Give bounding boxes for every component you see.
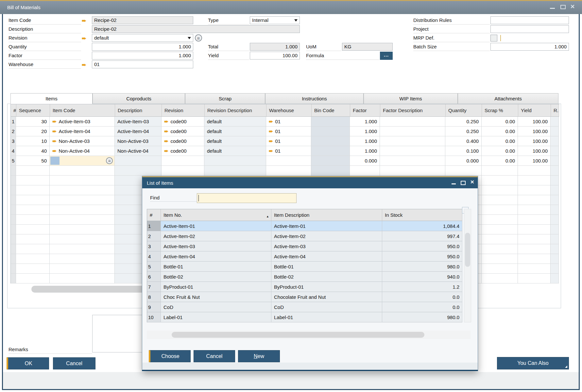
link-arrow-icon[interactable]: ➨	[269, 128, 273, 134]
dialog-list-item[interactable]: 2Active-Item-02Active-Item-02997.4	[147, 231, 462, 241]
dialog-cell-item-no[interactable]: Choc Fruit & Nut	[161, 292, 271, 302]
grid-cell-description[interactable]	[115, 166, 162, 176]
find-input[interactable]	[197, 193, 297, 203]
link-arrow-icon[interactable]: ➨	[52, 148, 57, 154]
dialog-minimize-button[interactable]	[452, 183, 456, 184]
grid-cell-yield[interactable]	[518, 185, 551, 195]
dialog-cell-item-no[interactable]: Bottle-01	[161, 262, 271, 272]
grid-cell-sequence[interactable]	[16, 166, 50, 176]
dialog-vertical-scrollbar[interactable]	[464, 209, 471, 322]
grid-cell-r[interactable]	[551, 234, 559, 244]
dialog-close-button[interactable]: ✕	[470, 179, 474, 185]
grid-cell-bin-code[interactable]	[311, 117, 350, 127]
dialog-cell-in-stock[interactable]: 950.0	[382, 251, 462, 262]
dialog-cell-item-description[interactable]: CoD	[271, 302, 382, 312]
dialog-cell-in-stock[interactable]: 0.0	[382, 292, 462, 302]
grid-row[interactable]: 440➨Non-Active-04Non-Active-04➨code00def…	[11, 146, 559, 156]
link-arrow-icon[interactable]: ➨	[164, 128, 168, 134]
close-button[interactable]: ✕	[570, 3, 575, 10]
dialog-header-item-no-[interactable]: Item No.▲	[161, 209, 271, 221]
type-dropdown[interactable]: Internal	[250, 16, 300, 24]
grid-cell-scrap[interactable]: 0.00	[482, 127, 518, 136]
grid-cell-warehouse[interactable]	[266, 166, 311, 176]
grid-cell-factor-description[interactable]	[380, 156, 445, 166]
dialog-cell-in-stock[interactable]: 980.0	[382, 312, 462, 322]
dialog-cell-item-no[interactable]: Active-Item-03	[161, 241, 271, 251]
dialog-cell-item-description[interactable]: Active-Item-01	[271, 221, 382, 231]
grid-cell-yield[interactable]	[518, 234, 551, 244]
revision-dropdown[interactable]: default	[92, 34, 193, 42]
grid-cell-factor[interactable]: 1.000	[350, 136, 380, 146]
grid-cell-revision-description[interactable]: default	[204, 136, 266, 146]
new-button[interactable]: New	[238, 350, 280, 362]
factor-field[interactable]: 1.000	[92, 52, 193, 60]
tab-instructions[interactable]: Instructions	[265, 93, 364, 104]
grid-cell-scrap[interactable]: 0.00	[482, 136, 518, 146]
grid-cell-factor[interactable]: 1.000	[350, 127, 380, 136]
grid-row[interactable]: 130➨Active-Item-03Active-Item-03➨code00d…	[11, 117, 559, 127]
grid-cell-r[interactable]	[551, 274, 559, 283]
dialog-cell-num[interactable]: 2	[147, 231, 161, 241]
grid-cell-sequence[interactable]: 10	[16, 136, 50, 146]
dialog-cell-item-description[interactable]: Bottle-02	[271, 272, 382, 282]
grid-cell-warehouse[interactable]: ➨01	[266, 117, 311, 127]
grid-cell-item-code[interactable]	[50, 274, 115, 283]
grid-cell-item-code[interactable]: ≡	[50, 156, 115, 166]
mrp-def-checkbox[interactable]	[490, 35, 497, 42]
warehouse-link-arrow-icon[interactable]: ➨	[82, 62, 86, 68]
dialog-cell-item-no[interactable]: Active-Item-01	[161, 221, 271, 231]
window-titlebar[interactable]: Bill of Materials	[0, 1, 582, 14]
grid-cell-yield[interactable]	[518, 176, 551, 185]
link-arrow-icon[interactable]: ➨	[164, 138, 168, 144]
grid-cell-yield[interactable]: 100.00	[518, 146, 551, 156]
grid-cell-factor[interactable]: 1.000	[350, 146, 380, 156]
grid-cell-bin-code[interactable]	[311, 127, 350, 136]
grid-cell-r[interactable]	[551, 205, 559, 215]
dialog-list-item[interactable]: 3Active-Item-03Active-Item-03950.0	[147, 241, 462, 251]
grid-cell-yield[interactable]	[518, 166, 551, 176]
link-arrow-icon[interactable]: ➨	[164, 118, 168, 125]
quantity-field[interactable]: 1.000	[92, 43, 193, 51]
dialog-header-item-description[interactable]: Item Description	[271, 209, 382, 221]
grid-cell-sequence[interactable]	[16, 225, 50, 234]
grid-cell-warehouse[interactable]: ➨01	[266, 146, 311, 156]
grid-cell-item-code[interactable]	[50, 215, 115, 225]
dialog-horizontal-scrollbar-thumb[interactable]	[172, 332, 424, 338]
grid-cell-revision-description[interactable]: default	[204, 146, 266, 156]
grid-cell-revision[interactable]: ➨code00	[162, 146, 204, 156]
grid-cell-item-code[interactable]	[50, 185, 115, 195]
grid-cell-quantity[interactable]: 0.250	[445, 127, 482, 136]
dialog-cell-in-stock[interactable]: 940.0	[382, 272, 462, 282]
grid-cell-bin-code[interactable]	[311, 136, 350, 146]
grid-cell-r[interactable]	[551, 215, 559, 225]
dialog-cell-in-stock[interactable]: 997.4	[382, 231, 462, 241]
grid-cell-yield[interactable]: 100.00	[518, 136, 551, 146]
item-code-link-arrow-icon[interactable]: ➨	[82, 18, 86, 24]
dialog-list-item[interactable]: 4Active-Item-04Active-Item-04950.0	[147, 251, 462, 262]
grid-cell-item-code[interactable]: ➨Non-Active-04	[50, 146, 115, 156]
item-code-field[interactable]: Recipe-02	[92, 16, 193, 24]
dialog-list-item[interactable]: 5Bottle-01Bottle-01980.0	[147, 262, 462, 272]
grid-cell-item-code[interactable]	[50, 225, 115, 234]
link-arrow-icon[interactable]: ➨	[269, 138, 273, 144]
grid-cell-r[interactable]	[551, 156, 559, 166]
grid-cell-yield[interactable]	[518, 205, 551, 215]
warehouse-field[interactable]: 01	[92, 60, 193, 68]
grid-cell-sequence[interactable]: 40	[16, 146, 50, 156]
dialog-cell-num[interactable]: 5	[147, 262, 161, 272]
grid-cell-r[interactable]	[551, 136, 559, 146]
revision-link-arrow-icon[interactable]: ➨	[82, 36, 86, 41]
grid-cell-sequence[interactable]	[16, 274, 50, 283]
dialog-cell-num[interactable]: 8	[147, 292, 161, 302]
description-field[interactable]: Recipe-02	[92, 25, 300, 33]
grid-cell-quantity[interactable]: 0.400	[445, 136, 482, 146]
grid-cell-quantity[interactable]: 0.100	[445, 146, 482, 156]
grid-cell-item-code[interactable]	[50, 264, 115, 274]
grid-cell-yield[interactable]: 100.00	[518, 156, 551, 166]
dialog-cell-in-stock[interactable]: 950.0	[382, 241, 462, 251]
link-arrow-icon[interactable]: ➨	[52, 128, 57, 134]
dialog-cell-in-stock[interactable]: 980.0	[382, 262, 462, 272]
dialog-list-item[interactable]: 10Label-01Label-01980.0	[147, 312, 462, 322]
dialog-cell-num[interactable]: 7	[147, 282, 161, 292]
cancel-button[interactable]: Cancel	[53, 357, 95, 369]
